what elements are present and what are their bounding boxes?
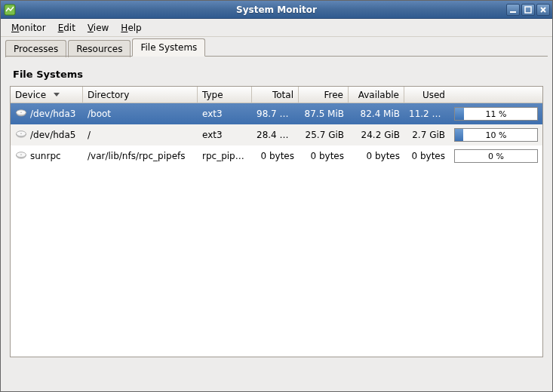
column-header-total[interactable]: Total <box>252 87 299 103</box>
cell-available: 24.2 GiB <box>349 130 404 140</box>
cell-total: 0 bytes <box>252 151 299 161</box>
table-header: Device Directory Type Total Free Availab… <box>11 87 542 103</box>
usage-bar: 11 % <box>454 107 538 121</box>
app-icon <box>4 4 16 16</box>
svg-rect-2 <box>525 7 531 13</box>
cell-device: sunrpc <box>11 150 83 163</box>
filesystems-table: Device Directory Type Total Free Availab… <box>10 86 543 357</box>
column-header-directory[interactable]: Directory <box>83 87 198 103</box>
window-title: System Monitor <box>1 5 552 15</box>
table-body[interactable]: /dev/hda3/bootext398.7 MiB87.5 MiB82.4 M… <box>11 103 542 357</box>
cell-used-bar: 0 % <box>450 149 542 163</box>
usage-percent-label: 0 % <box>488 152 504 161</box>
menu-edit[interactable]: Edit <box>52 21 81 35</box>
cell-type: rpc_pipefs <box>198 151 252 161</box>
svg-rect-1 <box>510 11 516 13</box>
device-label: sunrpc <box>30 151 61 161</box>
menu-help[interactable]: Help <box>115 21 147 35</box>
column-label: Free <box>324 90 343 100</box>
column-header-used[interactable]: Used <box>404 87 450 103</box>
usage-bar: 0 % <box>454 149 538 163</box>
tab-content-filesystems: File Systems Device Directory Type Total… <box>1 57 552 391</box>
cell-directory: / <box>83 130 198 140</box>
svg-point-13 <box>20 154 22 155</box>
column-label: Type <box>202 90 223 100</box>
titlebar: System Monitor <box>1 1 552 19</box>
column-header-available[interactable]: Available <box>349 87 404 103</box>
table-row[interactable]: /dev/hda5/ext328.4 GiB25.7 GiB24.2 GiB2.… <box>11 124 542 145</box>
column-label: Total <box>272 90 293 100</box>
cell-used-size: 11.2 MiB <box>404 109 450 119</box>
cell-device: /dev/hda5 <box>11 129 83 142</box>
menu-monitor[interactable]: Monitor <box>5 21 52 35</box>
sort-indicator-icon <box>54 93 60 96</box>
cell-device: /dev/hda3 <box>11 108 83 121</box>
usage-percent-label: 10 % <box>486 130 507 140</box>
disk-icon <box>15 150 27 163</box>
cell-used-bar: 10 % <box>450 128 542 142</box>
tab-resources[interactable]: Resources <box>68 40 131 57</box>
usage-percent-label: 11 % <box>486 109 507 119</box>
disk-icon <box>15 129 27 142</box>
column-label: Available <box>358 90 399 100</box>
column-label: Device <box>15 90 46 100</box>
menubar: MonitorEditViewHelp <box>1 19 552 37</box>
cell-directory: /var/lib/nfs/rpc_pipefs <box>83 151 198 161</box>
column-label: Directory <box>88 90 129 100</box>
close-button[interactable] <box>536 4 550 16</box>
minimize-button[interactable] <box>506 4 520 16</box>
section-title: File Systems <box>13 69 543 80</box>
table-row[interactable]: /dev/hda3/bootext398.7 MiB87.5 MiB82.4 M… <box>11 103 542 124</box>
column-header-type[interactable]: Type <box>198 87 252 103</box>
cell-directory: /boot <box>83 109 198 119</box>
column-label: Used <box>422 90 445 100</box>
menu-view[interactable]: View <box>81 21 115 35</box>
column-header-device[interactable]: Device <box>11 87 83 103</box>
cell-total: 98.7 MiB <box>252 109 299 119</box>
cell-free: 25.7 GiB <box>299 130 349 140</box>
column-header-free[interactable]: Free <box>299 87 349 103</box>
cell-used-size: 2.7 GiB <box>404 130 450 140</box>
device-label: /dev/hda5 <box>30 130 75 140</box>
cell-used-size: 0 bytes <box>404 151 450 161</box>
cell-type: ext3 <box>198 130 252 140</box>
cell-used-bar: 11 % <box>450 107 542 121</box>
maximize-button[interactable] <box>521 4 535 16</box>
column-header-used-bar[interactable] <box>450 87 542 103</box>
cell-free: 0 bytes <box>299 151 349 161</box>
tab-file-systems[interactable]: File Systems <box>132 38 205 57</box>
svg-point-10 <box>20 133 22 133</box>
table-row[interactable]: sunrpc/var/lib/nfs/rpc_pipefsrpc_pipefs0… <box>11 145 542 167</box>
cell-free: 87.5 MiB <box>299 109 349 119</box>
disk-icon <box>15 108 27 121</box>
window-controls <box>506 4 552 16</box>
device-label: /dev/hda3 <box>30 109 75 119</box>
tab-processes[interactable]: Processes <box>5 40 66 57</box>
usage-bar: 10 % <box>454 128 538 142</box>
cell-total: 28.4 GiB <box>252 130 299 140</box>
cell-available: 0 bytes <box>349 151 404 161</box>
cell-available: 82.4 MiB <box>349 109 404 119</box>
svg-point-7 <box>20 112 22 112</box>
cell-type: ext3 <box>198 109 252 119</box>
tabbar: ProcessesResourcesFile Systems <box>1 37 552 57</box>
